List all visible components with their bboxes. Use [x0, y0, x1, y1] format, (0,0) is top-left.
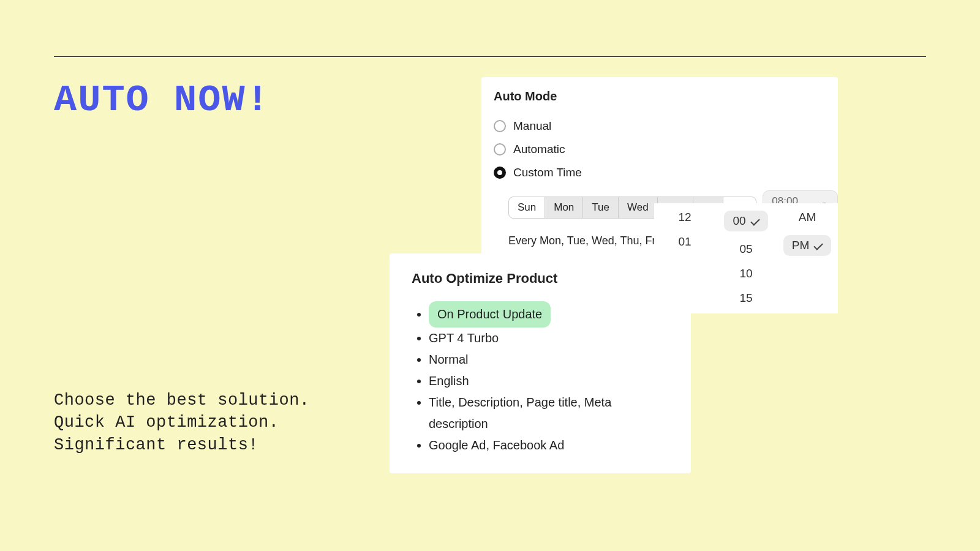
list-item: English	[429, 370, 669, 392]
list-item: Google Ad, Facebook Ad	[429, 435, 669, 456]
tagline: Choose the best solution. Quick AI optim…	[54, 389, 310, 456]
list-item: GPT 4 Turbo	[429, 328, 669, 349]
hour-option[interactable]: 12	[678, 211, 691, 224]
radio-automatic[interactable]: Automatic	[481, 138, 838, 161]
highlight-badge: On Product Update	[429, 301, 551, 328]
check-icon	[813, 241, 823, 250]
auto-optimize-title: Auto Optimize Product	[412, 271, 669, 287]
headline: AUTO NOW!	[54, 78, 270, 122]
minute-option[interactable]: 15	[739, 291, 752, 305]
ampm-option-selected[interactable]: PM	[783, 235, 832, 256]
list-item: On Product Update	[429, 301, 669, 328]
schedule-summary: Every Mon, Tue, Wed, Thu, Fri a	[481, 231, 665, 251]
radio-label: Custom Time	[513, 166, 582, 179]
divider	[54, 56, 926, 57]
auto-optimize-card: Auto Optimize Product On Product Update …	[390, 253, 691, 473]
radio-icon	[494, 120, 506, 132]
minute-column[interactable]: 00 05 10 15	[715, 203, 777, 313]
hour-option[interactable]: 01	[678, 235, 691, 249]
radio-manual[interactable]: Manual	[481, 114, 838, 138]
minute-label: 00	[733, 214, 745, 228]
optimize-list: On Product Update GPT 4 Turbo Normal Eng…	[412, 301, 669, 456]
radio-icon	[494, 167, 506, 179]
ampm-column[interactable]: AM PM	[777, 203, 838, 313]
radio-label: Automatic	[513, 143, 565, 156]
auto-mode-title: Auto Mode	[481, 89, 838, 114]
minute-option[interactable]: 10	[739, 267, 752, 280]
day-mon[interactable]: Mon	[545, 197, 583, 219]
minute-option[interactable]: 05	[739, 242, 752, 256]
minute-option-selected[interactable]: 00	[724, 211, 767, 231]
list-item: Normal	[429, 349, 669, 370]
day-sun[interactable]: Sun	[508, 197, 545, 219]
tagline-line: Quick AI optimization.	[54, 411, 310, 433]
ampm-label: PM	[792, 239, 810, 252]
check-icon	[750, 216, 760, 226]
list-item: Title, Description, Page title, Meta des…	[429, 392, 669, 435]
ampm-option[interactable]: AM	[799, 211, 816, 224]
day-tue[interactable]: Tue	[582, 197, 619, 219]
tagline-line: Significant results!	[54, 434, 310, 456]
tagline-line: Choose the best solution.	[54, 389, 310, 411]
radio-label: Manual	[513, 119, 551, 133]
day-wed[interactable]: Wed	[618, 197, 658, 219]
radio-custom-time[interactable]: Custom Time	[481, 161, 838, 184]
radio-icon	[494, 143, 506, 156]
